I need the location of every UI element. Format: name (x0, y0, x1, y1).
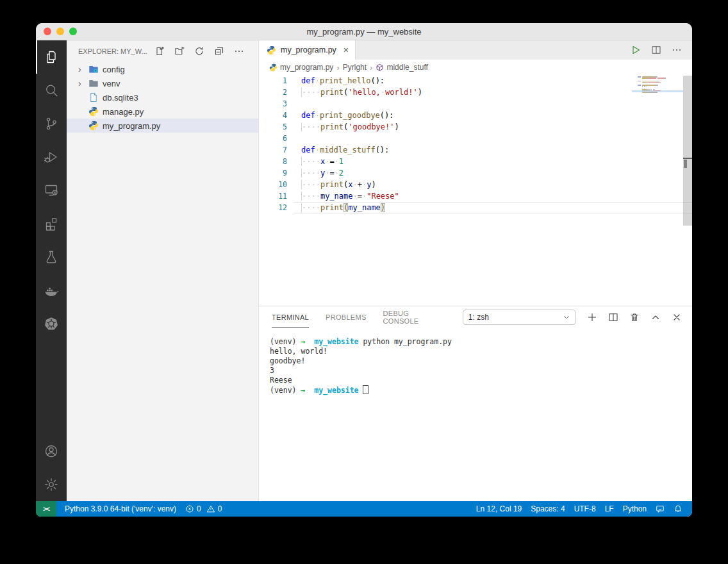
terminal-output[interactable]: (venv) → my_website python my_program.py… (259, 328, 692, 501)
new-terminal-icon (587, 312, 597, 322)
panel-tab-problems[interactable]: PROBLEMS (326, 306, 367, 328)
code-line-8[interactable]: 8····x·=·1 (259, 156, 692, 167)
tree-item-venv[interactable]: ›venv (67, 76, 258, 90)
activity-item-explorer[interactable] (36, 40, 67, 74)
code-line-4[interactable]: 4def·print_goodbye(): (259, 110, 692, 121)
breadcrumb-item-1[interactable]: my_program.py (269, 63, 333, 72)
notifications-bell-icon[interactable] (669, 501, 687, 517)
line-content: ····x·=·1 (294, 156, 692, 167)
code-line-7[interactable]: 7def·middle_stuff(): (259, 144, 692, 156)
minimap[interactable] (634, 76, 683, 93)
activity-item-testing[interactable] (36, 240, 67, 274)
error-icon (185, 504, 194, 513)
activity-item-search[interactable] (36, 74, 67, 107)
new-terminal-button[interactable] (587, 312, 597, 322)
window-title: my_program.py — my_website (36, 27, 692, 37)
tree-item-db-sqlite3[interactable]: db.sqlite3 (67, 90, 258, 104)
bottom-panel: TERMINALPROBLEMSDEBUG CONSOLE 1: zsh (ve… (259, 306, 692, 501)
breadcrumb-label: my_program.py (280, 63, 333, 72)
run-button[interactable] (631, 45, 641, 55)
terminal-select[interactable]: 1: zsh (463, 310, 576, 325)
eol-status[interactable]: LF (600, 501, 618, 517)
kill-terminal-button[interactable] (629, 312, 640, 322)
activity-item-kubernetes[interactable] (36, 307, 67, 340)
editor-column: my_program.py × my_program.py›Pyright›mi… (259, 40, 692, 501)
indentation-status[interactable]: Spaces: 4 (526, 501, 569, 517)
line-content: ····print('goodbye!') (294, 121, 692, 133)
collapse-folders-button[interactable] (214, 46, 224, 56)
editor-scrollbar[interactable] (683, 75, 692, 306)
panel-header: TERMINALPROBLEMSDEBUG CONSOLE 1: zsh (259, 306, 692, 328)
terminal-line-3: goodbye! (270, 356, 692, 366)
line-content: def·middle_stuff(): (294, 144, 692, 156)
code-line-1[interactable]: 1def·print_hello(): (259, 75, 692, 87)
activity-item-run-debug[interactable] (36, 140, 67, 174)
split-editor-button[interactable] (651, 45, 661, 55)
line-content (294, 98, 692, 110)
line-number: 1 (259, 75, 287, 87)
python-interpreter-status[interactable]: Python 3.9.0 64-bit ('venv': venv) (60, 501, 181, 517)
problems-status[interactable]: 0 0 (181, 501, 226, 517)
feedback-icon[interactable] (651, 501, 669, 517)
activity-item-docker[interactable] (36, 274, 67, 307)
explorer-title: EXPLORER: MY_W... (78, 47, 154, 55)
terminal-select-value: 1: zsh (468, 313, 563, 322)
panel-actions (587, 312, 682, 322)
tree-item-my_program-py[interactable]: my_program.py (67, 119, 258, 133)
symbol-cube-icon (376, 63, 384, 72)
code-line-10[interactable]: 10····print(x·+·y) (259, 179, 692, 190)
tree-item-config[interactable]: ›config (67, 62, 258, 76)
tree-item-label: config (103, 65, 125, 74)
accounts-icon (44, 444, 59, 459)
panel-tab-terminal[interactable]: TERMINAL (272, 306, 309, 328)
activity-item-remote-explorer[interactable] (36, 174, 67, 207)
line-number: 3 (259, 98, 287, 110)
close-panel-button[interactable] (672, 312, 682, 322)
code-line-3[interactable]: 3 (259, 98, 692, 110)
code-line-2[interactable]: 2····print('hello,·world!') (259, 87, 692, 98)
tab-close-icon[interactable]: × (343, 45, 349, 55)
line-number: 5 (259, 121, 287, 133)
line-number: 8 (259, 156, 287, 167)
code-editor[interactable]: 1def·print_hello():2····print('hello,·wo… (259, 75, 692, 306)
code-line-6[interactable]: 6 (259, 133, 692, 144)
file-tree: ›config›venvdb.sqlite3manage.pymy_progra… (67, 62, 258, 501)
line-content: def·print_hello(): (294, 75, 692, 87)
language-mode-status[interactable]: Python (618, 501, 651, 517)
split-terminal-button[interactable] (608, 312, 618, 322)
encoding-status[interactable]: UTF-8 (570, 501, 600, 517)
cursor-position-status[interactable]: Ln 12, Col 19 (472, 501, 526, 517)
code-line-12[interactable]: 12····print(my_name) (259, 202, 692, 213)
activity-item-source-control[interactable] (36, 107, 67, 140)
activity-bar-bottom (36, 435, 67, 501)
more-button[interactable] (234, 46, 244, 56)
breadcrumb-item-2[interactable]: Pyright (343, 63, 367, 72)
tree-item-label: venv (103, 79, 120, 88)
activity-item-settings[interactable] (36, 468, 67, 501)
activity-item-accounts[interactable] (36, 435, 67, 468)
new-file-button[interactable] (154, 46, 165, 56)
code-line-5[interactable]: 5····print('goodbye!') (259, 121, 692, 133)
maximize-panel-button[interactable] (650, 312, 661, 322)
refresh-button[interactable] (194, 46, 204, 56)
panel-tab-debug-console[interactable]: DEBUG CONSOLE (383, 306, 446, 328)
testing-icon (44, 249, 59, 265)
code-line-11[interactable]: 11····my_name·=·"Reese" (259, 190, 692, 202)
tab-my-program[interactable]: my_program.py × (259, 40, 356, 60)
explorer-sidebar: EXPLORER: MY_W... ›config›venvdb.sqlite3… (67, 40, 259, 501)
code-line-9[interactable]: 9····y·=·2 (259, 167, 692, 179)
line-content: ····print(my_name) (294, 202, 692, 213)
scrollbar-thumb[interactable] (683, 76, 692, 226)
line-number: 10 (259, 179, 287, 190)
title-bar[interactable]: my_program.py — my_website (36, 23, 692, 40)
new-folder-icon (174, 46, 185, 56)
remote-indicator[interactable]: >< (36, 501, 56, 517)
breadcrumb-item-3[interactable]: middle_stuff (376, 63, 427, 72)
activity-item-extensions[interactable] (36, 207, 67, 240)
terminal-line-6: (venv) → my_website (270, 385, 692, 395)
tree-item-manage-py[interactable]: manage.py (67, 104, 258, 119)
more-button[interactable] (672, 45, 682, 55)
run-icon (631, 45, 641, 55)
refresh-icon (194, 46, 204, 56)
new-folder-button[interactable] (174, 46, 185, 56)
